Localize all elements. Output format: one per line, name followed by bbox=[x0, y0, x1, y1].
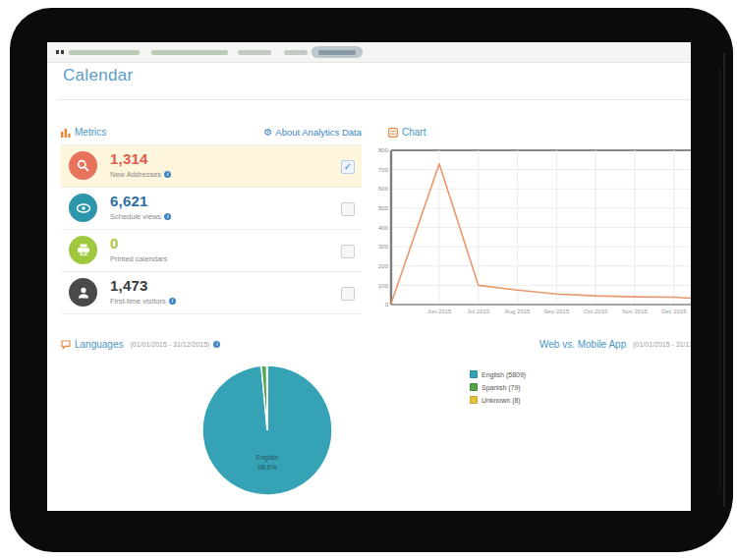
chart-section-header: Chart bbox=[388, 127, 425, 138]
svg-text:Oct 2015: Oct 2015 bbox=[584, 308, 608, 314]
legend-item-spanish: Spanish (79) bbox=[470, 383, 526, 391]
metric-checkbox[interactable]: ✓ bbox=[341, 160, 355, 174]
metric-row-new-addresses: 1,314 New Addressesi ✓ bbox=[61, 144, 362, 188]
svg-text:0: 0 bbox=[385, 302, 389, 308]
search-icon bbox=[69, 151, 97, 180]
languages-icon bbox=[61, 340, 71, 350]
chart-title: Chart bbox=[402, 127, 425, 138]
nav-item[interactable] bbox=[69, 50, 140, 55]
svg-text:200: 200 bbox=[378, 263, 389, 269]
metric-label: First-time visitors bbox=[110, 297, 166, 306]
legend-swatch bbox=[470, 370, 478, 378]
pie-center-label: English 98.6% bbox=[228, 453, 307, 473]
bezel-reflection bbox=[719, 67, 720, 493]
legend-item-english: English (5809) bbox=[470, 370, 526, 378]
svg-text:Aug 2015: Aug 2015 bbox=[505, 308, 531, 314]
svg-text:600: 600 bbox=[378, 186, 389, 192]
metric-checkbox[interactable] bbox=[341, 245, 355, 258]
languages-section-header: Languages (01/01/2015 - 31/12/2015) i bbox=[61, 339, 220, 350]
legend-swatch bbox=[470, 396, 478, 404]
svg-text:Jul 2015: Jul 2015 bbox=[467, 308, 489, 314]
metrics-title: Metrics bbox=[75, 127, 106, 138]
pie-chart bbox=[195, 360, 342, 507]
legend-swatch bbox=[470, 383, 478, 391]
legend-label: English (5809) bbox=[482, 371, 526, 378]
chart-icon bbox=[388, 128, 398, 138]
web-vs-mobile-title: Web vs. Mobile App bbox=[539, 339, 626, 350]
svg-text:Jun 2015: Jun 2015 bbox=[427, 308, 452, 314]
svg-text:Sep 2015: Sep 2015 bbox=[544, 308, 570, 314]
legend-label: Spanish (79) bbox=[482, 384, 521, 391]
bezel-reflection bbox=[723, 53, 725, 507]
about-analytics-link[interactable]: ⚙ About Analytics Data bbox=[263, 127, 362, 138]
page-title: Calendar bbox=[63, 66, 133, 85]
svg-text:Nov 2015: Nov 2015 bbox=[622, 308, 648, 314]
divider bbox=[57, 99, 691, 100]
metric-value: 6,621 bbox=[110, 193, 148, 209]
metric-checkbox[interactable] bbox=[341, 202, 355, 216]
metric-label: Printed calendars bbox=[110, 254, 167, 263]
web-date-range: (01/01/2015 - 31/12/2015) bbox=[633, 341, 691, 348]
nav-item[interactable] bbox=[238, 50, 271, 55]
info-icon[interactable]: i bbox=[213, 341, 220, 348]
metric-checkbox[interactable] bbox=[341, 287, 355, 301]
svg-text:Dec 2015: Dec 2015 bbox=[661, 308, 687, 314]
svg-text:100: 100 bbox=[378, 283, 389, 289]
nav-item[interactable] bbox=[284, 50, 308, 55]
metric-value: 0 bbox=[110, 235, 119, 252]
tablet-frame: Calendar Metrics ⚙ About Analytics Data … bbox=[10, 8, 733, 552]
page-background: Calendar Metrics ⚙ About Analytics Data … bbox=[0, 0, 737, 560]
app-screen: Calendar Metrics ⚙ About Analytics Data … bbox=[47, 42, 691, 511]
metric-row-printed-calendars: 0 Printed calendarsi bbox=[61, 230, 362, 272]
svg-text:700: 700 bbox=[378, 167, 389, 173]
svg-text:800: 800 bbox=[378, 147, 389, 153]
gear-icon: ⚙ bbox=[263, 128, 272, 138]
nav-item[interactable] bbox=[151, 50, 228, 55]
metric-row-schedule-views: 6,621 Schedule viewsi bbox=[61, 188, 362, 230]
metrics-icon bbox=[61, 128, 71, 138]
about-analytics-label: About Analytics Data bbox=[275, 127, 362, 138]
eye-icon bbox=[69, 194, 97, 222]
metric-value: 1,314 bbox=[110, 150, 148, 167]
legend-item-unknown: Unknown (8) bbox=[470, 396, 526, 404]
languages-date-range: (01/01/2015 - 31/12/2015) bbox=[131, 341, 210, 348]
pie-legend: English (5809) Spanish (79) Unknown (8) bbox=[470, 370, 526, 404]
legend-label: Unknown (8) bbox=[482, 397, 521, 404]
printer-icon bbox=[69, 236, 97, 264]
metric-label: Schedule views bbox=[110, 212, 161, 221]
nav-item-active[interactable] bbox=[312, 46, 363, 58]
metric-row-first-time-visitors: 1,473 First-time visitorsi bbox=[61, 272, 362, 314]
svg-text:300: 300 bbox=[378, 244, 389, 250]
line-chart: 0100200300400500600700800Jun 2015Jul 201… bbox=[371, 142, 691, 321]
app-logo-icon bbox=[56, 50, 64, 54]
info-icon[interactable]: i bbox=[164, 213, 171, 220]
svg-text:500: 500 bbox=[378, 205, 389, 211]
metrics-list: 1,314 New Addressesi ✓ 6,621 Schedule vi… bbox=[61, 144, 362, 314]
metric-value: 1,473 bbox=[110, 277, 148, 294]
person-icon bbox=[69, 278, 97, 307]
svg-text:400: 400 bbox=[378, 225, 389, 231]
metric-label: New Addresses bbox=[110, 170, 161, 179]
web-vs-mobile-section-header: Web vs. Mobile App (01/01/2015 - 31/12/2… bbox=[536, 339, 691, 350]
nav-item-active-label bbox=[318, 50, 356, 55]
info-icon[interactable]: i bbox=[169, 298, 176, 305]
top-nav bbox=[47, 42, 691, 63]
metrics-section-header: Metrics bbox=[61, 127, 106, 138]
languages-title: Languages bbox=[75, 339, 124, 350]
info-icon[interactable]: i bbox=[164, 171, 171, 178]
